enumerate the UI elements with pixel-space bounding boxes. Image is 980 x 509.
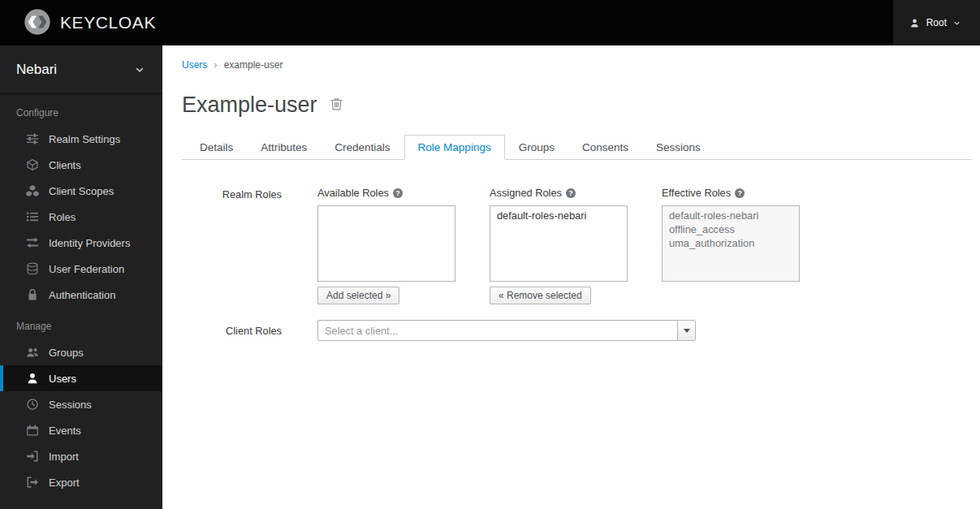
sidebar-item-roles[interactable]: Roles [0, 204, 162, 230]
role-mappings-form: Realm Roles Available Roles Add selected… [182, 187, 972, 341]
breadcrumb-current: example-user [224, 59, 283, 71]
realm-roles-label: Realm Roles [182, 187, 282, 304]
client-select[interactable]: Select a client... [317, 320, 696, 341]
sliders-icon [26, 132, 39, 145]
brand-title: KEYCLOAK [60, 13, 156, 32]
effective-roles-header: Effective Roles [662, 187, 731, 199]
group-icon [26, 346, 39, 359]
exchange-arrows-icon [26, 236, 39, 249]
clock-icon [26, 398, 39, 411]
breadcrumb: Users example-user [182, 58, 972, 71]
realm-name: Nebari [16, 62, 57, 78]
sidebar-item-events[interactable]: Events [0, 417, 162, 443]
chevron-down-icon [953, 19, 961, 27]
help-icon[interactable] [393, 188, 403, 198]
caret-down-icon [684, 329, 690, 333]
sidebar-item-client-scopes[interactable]: Client Scopes [0, 178, 162, 204]
role-option: uma_authorization [663, 236, 799, 250]
realm-roles-row: Realm Roles Available Roles Add selected… [182, 187, 972, 304]
sidebar-item-user-federation[interactable]: User Federation [0, 256, 162, 282]
remove-selected-button[interactable]: « Remove selected [490, 287, 591, 304]
tab-consents[interactable]: Consents [568, 135, 642, 160]
page-title: Example-user [182, 93, 317, 118]
user-menu-label: Root [926, 17, 947, 28]
sidebar-item-sessions[interactable]: Sessions [0, 391, 162, 417]
sidebar-item-realm-settings[interactable]: Realm Settings [0, 126, 162, 152]
assigned-roles-listbox[interactable]: default-roles-nebari [490, 205, 628, 282]
trash-icon [330, 97, 343, 114]
chevron-down-icon [135, 65, 145, 75]
export-icon [26, 476, 39, 489]
tab-role-mappings[interactable]: Role Mappings [404, 135, 505, 160]
available-roles-listbox[interactable] [317, 205, 455, 282]
help-icon[interactable] [566, 188, 576, 198]
sidebar-item-label: Events [49, 425, 81, 437]
sidebar-item-label: Identity Providers [49, 237, 130, 249]
list-icon [26, 210, 39, 223]
help-icon[interactable] [735, 188, 745, 198]
sidebar-item-label: Groups [49, 347, 84, 359]
sidebar-item-export[interactable]: Export [0, 469, 162, 495]
client-select-placeholder: Select a client... [318, 321, 398, 340]
tab-groups[interactable]: Groups [505, 135, 568, 160]
tab-attributes[interactable]: Attributes [247, 135, 321, 160]
sidebar-item-label: Roles [49, 211, 76, 223]
user-menu[interactable]: Root [893, 0, 980, 45]
sidebar-item-groups[interactable]: Groups [0, 339, 162, 365]
import-icon [26, 450, 39, 463]
role-option[interactable]: default-roles-nebari [490, 209, 627, 222]
tab-details[interactable]: Details [186, 135, 247, 160]
database-icon [26, 262, 39, 275]
effective-roles-column: Effective Roles default-roles-nebari off… [662, 187, 800, 304]
sidebar-item-authentication[interactable]: Authentication [0, 282, 162, 308]
calendar-icon [26, 424, 39, 437]
sidebar-item-identity-providers[interactable]: Identity Providers [0, 230, 162, 256]
sidebar-item-label: Realm Settings [49, 133, 120, 145]
topbar: KEYCLOAK Root [0, 0, 980, 45]
keycloak-logo-icon [22, 6, 53, 40]
sidebar-item-label: Authentication [49, 289, 115, 301]
tab-sessions[interactable]: Sessions [642, 135, 714, 160]
select-caret-button[interactable] [677, 321, 695, 340]
breadcrumb-separator-icon [214, 58, 217, 71]
cubes-icon [26, 184, 39, 197]
sidebar-item-label: Export [49, 477, 80, 489]
available-roles-header: Available Roles [317, 187, 389, 199]
user-icon [909, 18, 920, 28]
cube-icon [26, 158, 39, 171]
assigned-roles-header: Assigned Roles [490, 187, 562, 199]
assigned-roles-column: Assigned Roles default-roles-nebari « Re… [490, 187, 628, 304]
sidebar-item-label: Import [49, 451, 79, 463]
realm-selector[interactable]: Nebari [0, 45, 162, 94]
tab-bar: Details Attributes Credentials Role Mapp… [182, 135, 972, 160]
sidebar-item-label: User Federation [49, 263, 124, 275]
sidebar-item-label: Sessions [49, 399, 92, 411]
role-option: default-roles-nebari [663, 209, 799, 222]
nav-section-configure: Configure [0, 94, 162, 126]
available-roles-column: Available Roles Add selected » [317, 187, 455, 304]
sidebar-item-label: Clients [49, 159, 81, 171]
sidebar-item-import[interactable]: Import [0, 443, 162, 469]
sidebar-item-clients[interactable]: Clients [0, 152, 162, 178]
lock-icon [26, 288, 39, 301]
add-selected-button[interactable]: Add selected » [317, 287, 399, 304]
user-icon [26, 372, 39, 385]
client-roles-label: Client Roles [182, 325, 282, 337]
main-content: Users example-user Example-user Details … [162, 45, 980, 509]
sidebar-item-users[interactable]: Users [0, 365, 162, 391]
client-roles-row: Client Roles Select a client... [182, 320, 972, 341]
role-option: offline_access [663, 222, 799, 236]
nav-section-manage: Manage [0, 308, 162, 339]
effective-roles-listbox: default-roles-nebari offline_access uma_… [662, 205, 800, 282]
keycloak-logo[interactable]: KEYCLOAK [0, 6, 156, 40]
sidebar-item-label: Users [49, 373, 76, 385]
tab-credentials[interactable]: Credentials [321, 135, 404, 160]
delete-user-button[interactable] [330, 97, 343, 114]
sidebar-item-label: Client Scopes [49, 185, 114, 197]
sidebar: Nebari Configure Realm Settings Clients … [0, 45, 162, 509]
breadcrumb-link-users[interactable]: Users [182, 59, 207, 71]
